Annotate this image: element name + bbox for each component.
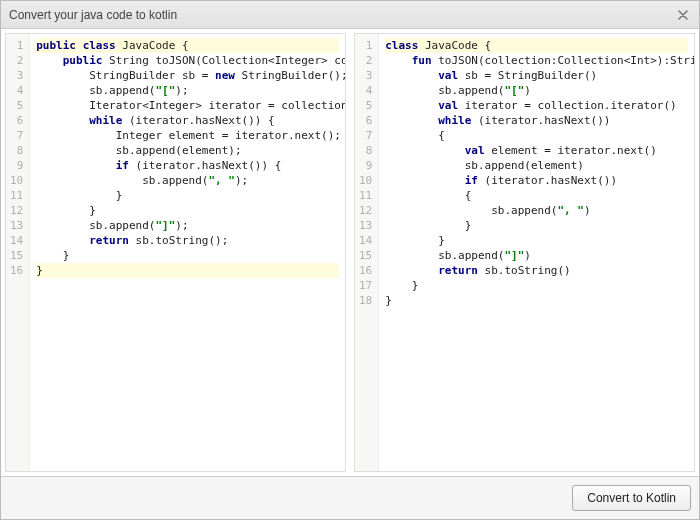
java-code-line: Integer element = iterator.next(); <box>36 128 339 143</box>
line-number: 11 <box>10 188 23 203</box>
kotlin-code-line: } <box>385 218 688 233</box>
line-number: 13 <box>359 218 372 233</box>
line-number: 12 <box>359 203 372 218</box>
kotlin-code-editor[interactable]: class JavaCode { fun toJSON(collection:C… <box>379 34 694 471</box>
convert-button[interactable]: Convert to Kotlin <box>572 485 691 511</box>
java-code-line: } <box>36 203 339 218</box>
line-number: 2 <box>359 53 372 68</box>
line-number: 8 <box>359 143 372 158</box>
line-number: 6 <box>10 113 23 128</box>
line-number: 6 <box>359 113 372 128</box>
close-icon[interactable] <box>675 7 691 23</box>
kotlin-code-line: val element = iterator.next() <box>385 143 688 158</box>
java-pane: 12345678910111213141516 public class Jav… <box>5 33 346 472</box>
java-code-line: StringBuilder sb = new StringBuilder(); <box>36 68 339 83</box>
kotlin-code-line: while (iterator.hasNext()) <box>385 113 688 128</box>
kotlin-code-line: sb.append("[") <box>385 83 688 98</box>
line-number: 3 <box>359 68 372 83</box>
java-code-line: } <box>36 263 339 278</box>
java-code-line: sb.append(", "); <box>36 173 339 188</box>
line-number: 5 <box>359 98 372 113</box>
java-code-editor[interactable]: public class JavaCode { public String to… <box>30 34 345 471</box>
kotlin-code-line: fun toJSON(collection:Collection<Int>):S… <box>385 53 688 68</box>
java-code-line: } <box>36 248 339 263</box>
kotlin-code-line: sb.append(", ") <box>385 203 688 218</box>
kotlin-code-line: } <box>385 233 688 248</box>
kotlin-code-line: } <box>385 278 688 293</box>
panes: 12345678910111213141516 public class Jav… <box>1 29 699 476</box>
java-code-line: public class JavaCode { <box>36 38 339 53</box>
java-code-line: if (iterator.hasNext()) { <box>36 158 339 173</box>
line-number: 16 <box>10 263 23 278</box>
line-number: 1 <box>10 38 23 53</box>
line-number: 2 <box>10 53 23 68</box>
line-number: 15 <box>10 248 23 263</box>
kotlin-code-line: if (iterator.hasNext()) <box>385 173 688 188</box>
kotlin-code-line: val sb = StringBuilder() <box>385 68 688 83</box>
java-code-line: } <box>36 188 339 203</box>
line-number: 1 <box>359 38 372 53</box>
line-number: 7 <box>10 128 23 143</box>
line-number: 14 <box>359 233 372 248</box>
kotlin-code-line: } <box>385 293 688 308</box>
java-code-line: sb.append(element); <box>36 143 339 158</box>
line-number: 18 <box>359 293 372 308</box>
java-code-line: public String toJSON(Collection<Integer>… <box>36 53 339 68</box>
java-gutter: 12345678910111213141516 <box>6 34 30 471</box>
line-number: 8 <box>10 143 23 158</box>
kotlin-code-line: { <box>385 128 688 143</box>
line-number: 14 <box>10 233 23 248</box>
line-number: 9 <box>10 158 23 173</box>
line-number: 10 <box>359 173 372 188</box>
dialog-title: Convert your java code to kotlin <box>9 8 177 22</box>
line-number: 4 <box>10 83 23 98</box>
kotlin-code-line: { <box>385 188 688 203</box>
kotlin-code-line: sb.append("]") <box>385 248 688 263</box>
kotlin-code-line: sb.append(element) <box>385 158 688 173</box>
line-number: 17 <box>359 278 372 293</box>
line-number: 9 <box>359 158 372 173</box>
line-number: 11 <box>359 188 372 203</box>
titlebar: Convert your java code to kotlin <box>1 1 699 29</box>
line-number: 15 <box>359 248 372 263</box>
java-code-line: Iterator<Integer> iterator = collection.… <box>36 98 339 113</box>
line-number: 10 <box>10 173 23 188</box>
line-number: 12 <box>10 203 23 218</box>
java-code-line: while (iterator.hasNext()) { <box>36 113 339 128</box>
kotlin-code-line: val iterator = collection.iterator() <box>385 98 688 113</box>
kotlin-gutter: 123456789101112131415161718 <box>355 34 379 471</box>
kotlin-pane: 123456789101112131415161718 class JavaCo… <box>354 33 695 472</box>
dialog: Convert your java code to kotlin 1234567… <box>0 0 700 520</box>
footer: Convert to Kotlin <box>1 476 699 519</box>
line-number: 13 <box>10 218 23 233</box>
line-number: 3 <box>10 68 23 83</box>
java-code-line: return sb.toString(); <box>36 233 339 248</box>
line-number: 5 <box>10 98 23 113</box>
kotlin-code-line: class JavaCode { <box>385 38 688 53</box>
line-number: 16 <box>359 263 372 278</box>
line-number: 7 <box>359 128 372 143</box>
java-code-line: sb.append("["); <box>36 83 339 98</box>
java-code-line: sb.append("]"); <box>36 218 339 233</box>
kotlin-code-line: return sb.toString() <box>385 263 688 278</box>
line-number: 4 <box>359 83 372 98</box>
